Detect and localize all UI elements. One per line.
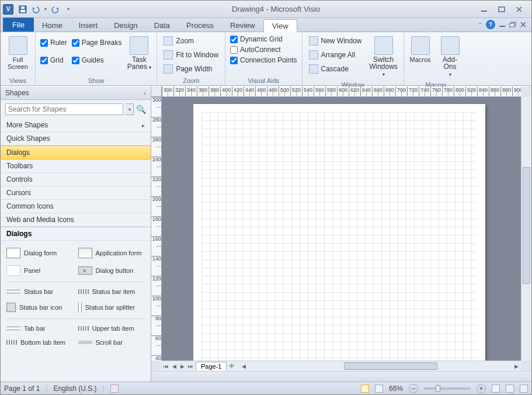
vscroll-thumb[interactable]: [523, 167, 530, 284]
autoconnect-checkbox[interactable]: AutoConnect: [229, 45, 298, 54]
addons-button[interactable]: Add-Ons▾: [436, 34, 465, 80]
shape-dialog-form[interactable]: Dialog form: [4, 244, 76, 262]
file-tab[interactable]: File: [3, 18, 34, 32]
redo-icon[interactable]: [50, 4, 61, 15]
shapes-search-input[interactable]: [5, 103, 123, 115]
drawing-page[interactable]: [193, 104, 485, 361]
page-tab-1[interactable]: Page-1: [196, 362, 227, 370]
new-window-icon: [309, 36, 318, 46]
page-width-button[interactable]: Page Width: [161, 63, 221, 75]
arrange-all-button[interactable]: Arrange All: [306, 48, 365, 61]
zoom-slider-thumb[interactable]: [436, 385, 440, 392]
stencil-more-shapes[interactable]: More Shapes: [1, 119, 151, 132]
task-panes-button[interactable]: Task Panes ▾: [125, 34, 153, 73]
full-screen-status-icon[interactable]: [520, 384, 528, 393]
tab-process[interactable]: Process: [178, 19, 222, 32]
guides-checkbox[interactable]: Guides: [71, 56, 123, 65]
undo-icon[interactable]: [30, 4, 41, 15]
stencil-quick-shapes[interactable]: Quick Shapes: [1, 132, 151, 145]
full-screen-button[interactable]: Full Screen: [4, 34, 32, 72]
status-language[interactable]: English (U.S.): [54, 384, 97, 393]
tab-home[interactable]: Home: [34, 19, 71, 32]
dynamic-grid-checkbox[interactable]: Dynamic Grid: [229, 34, 298, 44]
pan-zoom-icon[interactable]: [506, 384, 514, 393]
horizontal-ruler[interactable]: 3003203403603804004204404604805005205405…: [162, 86, 521, 97]
vertical-scrollbar[interactable]: [521, 97, 531, 361]
maximize-button[interactable]: [495, 5, 508, 14]
ribbon-minimize-icon[interactable]: ⌃: [478, 22, 482, 28]
help-icon[interactable]: ?: [486, 20, 495, 29]
search-dropdown-icon[interactable]: ▾: [126, 103, 134, 115]
shape-status-bar-icon[interactable]: Status bar icon: [4, 299, 76, 316]
connection-points-checkbox[interactable]: Connection Points: [229, 56, 298, 65]
status-bar: Page 1 of 1 | English (U.S.) | 66% − +: [1, 382, 531, 394]
save-icon[interactable]: [17, 4, 29, 15]
group-label-show: Show: [39, 76, 153, 84]
hscroll-left-icon[interactable]: ◀: [239, 361, 248, 372]
page-nav-next-icon[interactable]: ▶: [178, 363, 186, 369]
new-window-button[interactable]: New Window: [306, 34, 365, 47]
macro-recorder-icon[interactable]: [110, 384, 119, 393]
macros-button[interactable]: Macros: [408, 34, 433, 65]
page-width-icon: [164, 64, 173, 74]
cascade-button[interactable]: Cascade: [306, 63, 365, 75]
add-page-icon[interactable]: ✚: [229, 362, 234, 370]
collapse-icon[interactable]: ‹: [144, 89, 146, 96]
zoom-out-button[interactable]: −: [409, 384, 418, 393]
shape-upper-tab-item[interactable]: Upper tab item: [76, 321, 148, 335]
drawing-surface[interactable]: [162, 97, 521, 361]
tab-design[interactable]: Design: [106, 19, 145, 32]
stencil-web-media-icons[interactable]: Web and Media Icons: [1, 213, 151, 227]
tab-data[interactable]: Data: [146, 19, 178, 32]
shape-dialog-button[interactable]: ✕Dialog button: [76, 262, 148, 279]
stencil-dialogs[interactable]: Dialogs: [1, 145, 151, 160]
stencil-controls[interactable]: Controls: [1, 173, 151, 186]
svg-rect-7: [510, 23, 514, 27]
tab-review[interactable]: Review: [222, 19, 263, 32]
stencil-common-icons[interactable]: Common Icons: [1, 200, 151, 213]
grid-checkbox[interactable]: Grid: [39, 56, 68, 65]
svg-rect-4: [499, 7, 505, 12]
shape-scroll-bar[interactable]: Scroll bar: [76, 335, 148, 349]
hscroll-right-icon[interactable]: ▶: [512, 361, 521, 372]
current-stencil-header: Dialogs: [1, 227, 151, 241]
shape-status-bar-item[interactable]: Status bar item: [76, 285, 148, 299]
shape-tab-bar[interactable]: Tab bar: [4, 321, 76, 335]
ribbon-group-show: Ruler Grid Page Breaks Guides Task Panes…: [36, 32, 157, 85]
shape-application-form[interactable]: Application form: [76, 244, 148, 262]
page-view-icon[interactable]: [375, 384, 383, 393]
stencil-toolbars[interactable]: Toolbars: [1, 160, 151, 173]
page-breaks-checkbox[interactable]: Page Breaks: [71, 38, 123, 47]
minimize-button[interactable]: [478, 5, 491, 14]
hscroll-thumb[interactable]: [344, 362, 437, 370]
horizontal-scrollbar[interactable]: ◀ ▶: [239, 361, 521, 371]
page-nav-first-icon[interactable]: ⏮: [162, 363, 170, 369]
vertical-ruler[interactable]: 300280260240220200180160140120100806040: [151, 97, 162, 361]
stencil-cursors[interactable]: Cursors: [1, 186, 151, 200]
search-go-icon[interactable]: 🔍: [136, 105, 146, 114]
zoom-in-button[interactable]: +: [477, 384, 486, 393]
zoom-level[interactable]: 66%: [389, 384, 403, 393]
zoom-slider[interactable]: [424, 387, 471, 390]
fit-to-window-button[interactable]: Fit to Window: [161, 48, 221, 61]
mdi-close-icon[interactable]: [520, 22, 527, 27]
close-button[interactable]: [513, 5, 526, 14]
mdi-restore-icon[interactable]: [509, 22, 516, 27]
switch-windows-button[interactable]: Switch Windows ▾: [367, 34, 400, 80]
page-nav-prev-icon[interactable]: ◀: [170, 363, 178, 369]
shape-bottom-tab-item[interactable]: Bottom tab item: [4, 335, 76, 349]
tab-insert[interactable]: Insert: [71, 19, 106, 32]
zoom-button[interactable]: Zoom: [161, 34, 221, 47]
shape-status-bar-splitter[interactable]: Status bar splitter: [76, 299, 148, 316]
fit-page-icon[interactable]: [492, 384, 500, 393]
tab-view[interactable]: View: [263, 19, 297, 32]
ruler-checkbox[interactable]: Ruler: [39, 38, 68, 47]
shape-status-bar[interactable]: Status bar: [4, 285, 76, 299]
qat-customize-icon[interactable]: ▾: [62, 4, 74, 15]
mdi-minimize-icon[interactable]: [499, 22, 506, 27]
page-nav-last-icon[interactable]: ⏭: [186, 363, 194, 369]
app-icon[interactable]: V: [3, 4, 13, 15]
shape-panel[interactable]: Panel: [4, 262, 76, 279]
presentation-mode-icon[interactable]: [361, 384, 369, 393]
undo-dropdown-icon[interactable]: ▾: [43, 4, 48, 15]
